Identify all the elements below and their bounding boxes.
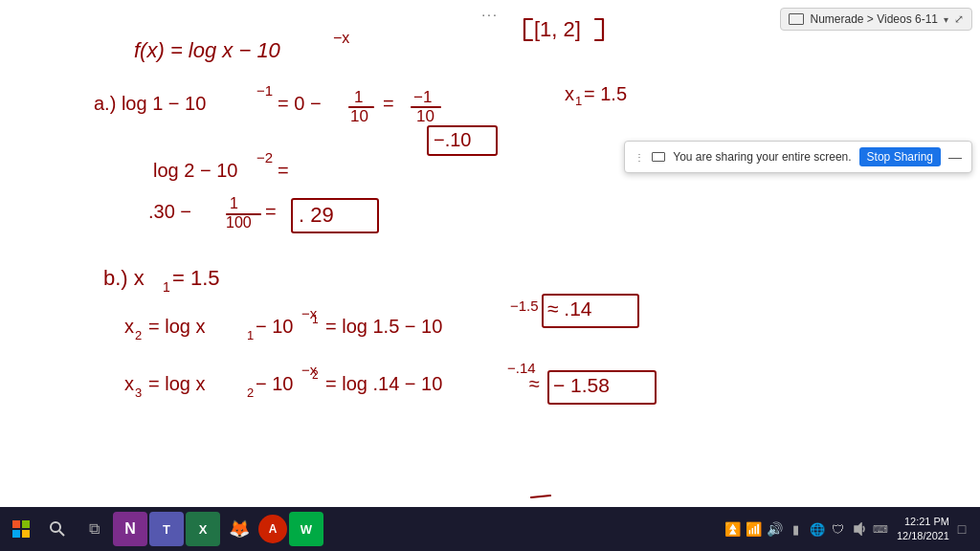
svg-text:2: 2	[135, 328, 142, 342]
svg-text:− 1.58: − 1.58	[553, 374, 610, 396]
tray-icon-battery[interactable]: ▮	[788, 520, 805, 538]
svg-text:≈  .14: ≈ .14	[547, 298, 592, 320]
svg-text:1: 1	[354, 88, 363, 106]
svg-text:−x: −x	[333, 30, 349, 46]
svg-text:. 29: . 29	[299, 203, 334, 227]
svg-text:=  log x: = log x	[148, 373, 205, 394]
taskbar: ⧉ N T X 🦊 A W ⏫ 📶 🔊 ▮ 🌐 🛡 ⌨ 12:21 PM 12/…	[0, 507, 980, 551]
whiteboard: ... Numerade > Videos 6-11 ▾ ⤢ ⋮ You are…	[0, 0, 980, 507]
excel-button[interactable]: X	[186, 512, 220, 546]
svg-text:=  log .14 − 10: = log .14 − 10	[325, 373, 442, 394]
system-tray: ⏫ 📶 🔊 ▮ 🌐 🛡 ⌨ 12:21 PM 12/18/2021 □	[724, 515, 976, 544]
svg-line-59	[59, 531, 64, 536]
svg-text:2: 2	[247, 386, 254, 400]
tray-icon-2[interactable]: 📶	[746, 520, 763, 538]
tray-icon-antivirus[interactable]: 🛡	[830, 520, 847, 538]
notification-button[interactable]: □	[953, 520, 970, 538]
svg-text:− 10: − 10	[256, 316, 293, 337]
svg-text:= 1.5: = 1.5	[172, 266, 220, 290]
svg-text:.30 −: .30 −	[148, 201, 191, 222]
tray-icon-3[interactable]: 🔊	[767, 520, 784, 538]
svg-text:=: =	[278, 160, 289, 181]
svg-text:x: x	[565, 83, 574, 104]
svg-text:x: x	[124, 373, 134, 394]
svg-rect-57	[22, 530, 30, 538]
svg-text:10: 10	[350, 107, 368, 125]
svg-text:− 10: − 10	[256, 373, 293, 394]
clock-time: 12:21 PM	[897, 515, 949, 529]
start-button[interactable]	[4, 512, 38, 546]
app-red-button[interactable]: A	[258, 515, 287, 543]
svg-text:−1: −1	[413, 88, 432, 106]
svg-rect-54	[12, 520, 20, 528]
tray-icon-network[interactable]: 🌐	[809, 520, 826, 538]
firefox-button[interactable]: 🦊	[222, 512, 256, 546]
svg-text:a.)  log 1 − 10: a.) log 1 − 10	[94, 93, 206, 114]
svg-text:=  log 1.5 − 10: = log 1.5 − 10	[325, 316, 442, 337]
svg-text:=: =	[265, 201, 277, 222]
tray-icon-sound[interactable]	[851, 520, 868, 538]
svg-text:1: 1	[312, 313, 319, 326]
svg-text:=  log x: = log x	[148, 316, 205, 337]
onenote-button[interactable]: N	[113, 512, 147, 546]
svg-text:= 0 −: = 0 −	[278, 93, 322, 114]
svg-text:[1, 2]: [1, 2]	[534, 17, 581, 41]
system-clock[interactable]: 12:21 PM 12/18/2021	[893, 515, 949, 544]
svg-text:= 1.5: = 1.5	[584, 83, 627, 104]
svg-text:−2: −2	[256, 149, 273, 165]
svg-text:1: 1	[230, 195, 238, 211]
app-green-button[interactable]: W	[289, 512, 323, 546]
svg-text:=: =	[383, 93, 394, 114]
teams-button[interactable]: T	[149, 512, 184, 546]
svg-text:b.)  x: b.) x	[103, 266, 145, 290]
svg-text:10: 10	[416, 107, 434, 125]
tray-icon-1[interactable]: ⏫	[724, 520, 742, 538]
tray-icon-keyboard[interactable]: ⌨	[872, 520, 889, 538]
svg-marker-60	[855, 523, 861, 535]
svg-text:2: 2	[312, 368, 319, 382]
svg-text:f(x) =   log x − 10: f(x) = log x − 10	[134, 38, 281, 62]
svg-rect-55	[22, 520, 30, 528]
svg-text:1: 1	[247, 328, 254, 342]
svg-text:1: 1	[163, 279, 170, 295]
svg-text:−.10: −.10	[434, 129, 471, 150]
math-content: .math-text { font-family: 'Segoe UI', sa…	[0, 0, 980, 507]
clock-date: 12/18/2021	[897, 529, 949, 543]
svg-text:1: 1	[575, 94, 582, 108]
svg-rect-56	[12, 530, 20, 538]
svg-text:3: 3	[135, 386, 142, 400]
svg-text:≈: ≈	[529, 373, 540, 394]
svg-text:−1: −1	[256, 82, 273, 99]
task-view-button[interactable]: ⧉	[77, 512, 111, 546]
search-button[interactable]	[40, 512, 75, 546]
svg-text:x: x	[124, 316, 134, 337]
svg-text:log 2 − 10: log 2 − 10	[153, 160, 237, 181]
svg-text:100: 100	[226, 214, 252, 231]
svg-text:−1.5: −1.5	[510, 298, 539, 314]
svg-point-58	[51, 522, 60, 532]
